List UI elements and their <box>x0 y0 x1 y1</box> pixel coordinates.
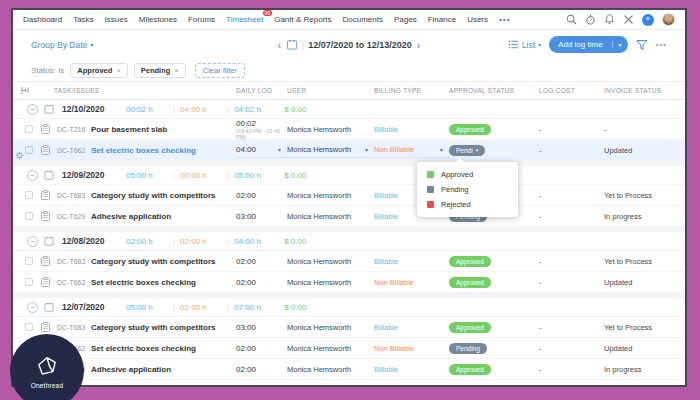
column-header-invoice-status[interactable]: INVOICE STATUS <box>604 87 685 94</box>
filter-chip[interactable]: Pending × <box>134 63 186 78</box>
daily-log-cell[interactable]: 02:00▾ <box>236 365 287 374</box>
user-cell[interactable]: Monica Hemsworth▾ <box>287 344 374 353</box>
collapse-group-icon[interactable]: − <box>27 236 38 247</box>
caret-down-icon[interactable]: ▾ <box>365 146 368 153</box>
add-log-time-button[interactable]: Add log time ▾ <box>549 36 627 53</box>
row-checkbox[interactable] <box>25 212 33 220</box>
row-checkbox[interactable] <box>25 278 33 286</box>
table-row[interactable]: DC-T629 Adhesive application 02:00▾ Moni… <box>13 359 685 380</box>
navbar-item[interactable]: Finance <box>428 15 456 24</box>
user-cell[interactable]: Monica Hemsworth▾ <box>287 191 374 200</box>
row-checkbox[interactable] <box>25 146 33 154</box>
task-name[interactable]: Pour basement slab <box>91 125 236 134</box>
column-header-log-cost[interactable]: LOG COST <box>539 87 604 94</box>
approval-status-cell[interactable]: Approved▾ <box>449 124 539 135</box>
row-checkbox[interactable] <box>25 125 33 133</box>
column-header-approval-status[interactable]: APPROVAL STATUS <box>449 87 539 94</box>
user-cell[interactable]: Monica Hemsworth▾ <box>287 323 374 332</box>
collapse-group-icon[interactable]: − <box>27 170 38 181</box>
navbar-item[interactable]: Gantt & Reports <box>274 15 331 24</box>
navbar-more-button[interactable]: ••• <box>499 15 510 24</box>
column-header-user[interactable]: USER <box>287 87 374 94</box>
toolbar-more-button[interactable]: ••• <box>656 40 667 49</box>
group-header-row[interactable]: − 12/09/2020 05:00 h | 00:00 h | 05:00 h… <box>13 166 685 185</box>
user-cell[interactable]: Monica Hemsworth▾ <box>287 257 374 266</box>
daily-log-cell[interactable]: 02:00▾ <box>236 191 287 200</box>
search-icon[interactable] <box>566 14 577 25</box>
group-header-row[interactable]: − 12/08/2020 02:00 h | 02:00 h | 04:00 h… <box>13 232 685 251</box>
column-header-billing-type[interactable]: BILLING TYPE <box>374 87 449 94</box>
billing-type-cell[interactable]: Non Billable▾ <box>374 143 449 158</box>
group-by-dropdown[interactable]: Group By Date ▾ <box>31 40 93 50</box>
approval-status-cell[interactable]: Pendi▾ <box>449 145 539 156</box>
user-cell[interactable]: Monica Hemsworth▾ <box>287 278 374 287</box>
approval-status-cell[interactable]: Approved▾ <box>449 256 539 267</box>
billing-type-cell[interactable]: Billable▾ <box>374 323 449 332</box>
navbar-item[interactable]: Documents <box>343 15 383 24</box>
add-log-time-caret[interactable]: ▾ <box>612 41 628 48</box>
daily-log-cell[interactable]: 02:00▾ <box>236 278 287 287</box>
billing-type-cell[interactable]: Billable▾ <box>374 257 449 266</box>
billing-type-cell[interactable]: Non Billable▾ <box>374 278 449 287</box>
user-cell[interactable]: Monica Hemsworth▾ <box>287 143 374 158</box>
daily-log-cell[interactable]: 04:00▾ <box>236 143 287 158</box>
user-cell[interactable]: Monica Hemsworth▾ <box>287 212 374 221</box>
caret-down-icon[interactable]: ▾ <box>476 147 479 153</box>
navbar-item[interactable]: Pages <box>394 15 417 24</box>
notifications-bell-icon[interactable] <box>604 14 615 25</box>
collapse-all-icon[interactable] <box>21 86 45 95</box>
collapse-group-icon[interactable]: − <box>27 302 38 313</box>
user-cell[interactable]: Monica Hemsworth▾ <box>287 365 374 374</box>
calendar-icon[interactable] <box>286 39 297 50</box>
status-option[interactable]: Approved <box>417 167 518 182</box>
daily-log-cell[interactable]: 00:02▾ (03:43 PM - 03:45 PM) <box>236 119 287 140</box>
navbar-item[interactable]: Milestones <box>139 15 177 24</box>
navbar-item[interactable]: Tasks <box>73 15 93 24</box>
row-checkbox[interactable] <box>25 257 33 265</box>
status-option[interactable]: Pending <box>417 182 518 197</box>
daily-log-cell[interactable]: 02:00▾ <box>236 257 287 266</box>
column-header-daily-log[interactable]: DAILY LOG <box>236 87 287 94</box>
approval-status-cell[interactable]: Approved▾ <box>449 277 539 288</box>
row-checkbox[interactable] <box>25 323 33 331</box>
task-name[interactable]: Set electric boxes checking <box>91 278 236 287</box>
table-row[interactable]: DC-T662 Set electric boxes checking 04:0… <box>13 140 685 161</box>
navbar-item[interactable]: Issues <box>105 15 128 24</box>
collapse-group-icon[interactable]: − <box>27 104 38 115</box>
view-mode-dropdown[interactable]: List ▾ <box>508 39 541 50</box>
tools-icon[interactable] <box>623 14 634 25</box>
navbar-item[interactable]: Dashboard <box>23 15 62 24</box>
table-row[interactable]: DC-T683 Category study with competitors … <box>13 185 685 206</box>
billing-type-cell[interactable]: Billable▾ <box>374 365 449 374</box>
group-header-row[interactable]: − 12/07/2020 05:00 h | 02:00 h | 07:00 h… <box>13 298 685 317</box>
remove-chip-icon[interactable]: × <box>174 66 178 75</box>
row-checkbox[interactable] <box>25 191 33 199</box>
gear-icon[interactable] <box>15 146 24 164</box>
table-row[interactable]: DC-T629 Adhesive application 03:00▾ Moni… <box>13 206 685 227</box>
navbar-item[interactable]: Users <box>467 15 488 24</box>
group-header-row[interactable]: − 12/10/2020 00:02 h | 04:00 h | 04:02 h… <box>13 100 685 119</box>
daily-log-cell[interactable]: 03:00▾ <box>236 212 287 221</box>
caret-down-icon[interactable]: ▾ <box>440 146 443 153</box>
user-cell[interactable]: Monica Hemsworth▾ <box>287 125 374 134</box>
status-option[interactable]: Rejected <box>417 197 518 212</box>
task-name[interactable]: Set electric boxes checking <box>91 146 236 155</box>
table-row[interactable]: DC-T683 Category study with competitors … <box>13 251 685 272</box>
prev-week-button[interactable]: ‹ <box>278 40 282 50</box>
billing-type-cell[interactable]: Non Billable▾ <box>374 344 449 353</box>
approval-status-cell[interactable]: Approved▾ <box>449 322 539 333</box>
remove-chip-icon[interactable]: × <box>116 66 120 75</box>
task-name[interactable]: Category study with competitors <box>91 191 236 200</box>
daily-log-cell[interactable]: 02:00▾ <box>236 344 287 353</box>
user-avatar[interactable] <box>662 13 675 26</box>
daily-log-cell[interactable]: 03:00▾ <box>236 323 287 332</box>
table-row[interactable]: DC-T216 Pour basement slab 00:02▾ (03:43… <box>13 119 685 140</box>
task-name[interactable]: Set electric boxes checking <box>91 344 236 353</box>
clear-filter-button[interactable]: Clear filter <box>195 63 245 78</box>
filter-chip[interactable]: Approved × <box>70 63 127 78</box>
billing-type-cell[interactable]: Billable▾ <box>374 125 449 134</box>
task-name[interactable]: Adhesive application <box>91 212 236 221</box>
navbar-item[interactable]: Forums <box>188 15 215 24</box>
table-row[interactable]: DC-T662 Set electric boxes checking 02:0… <box>13 338 685 359</box>
task-name[interactable]: Category study with competitors <box>91 257 236 266</box>
